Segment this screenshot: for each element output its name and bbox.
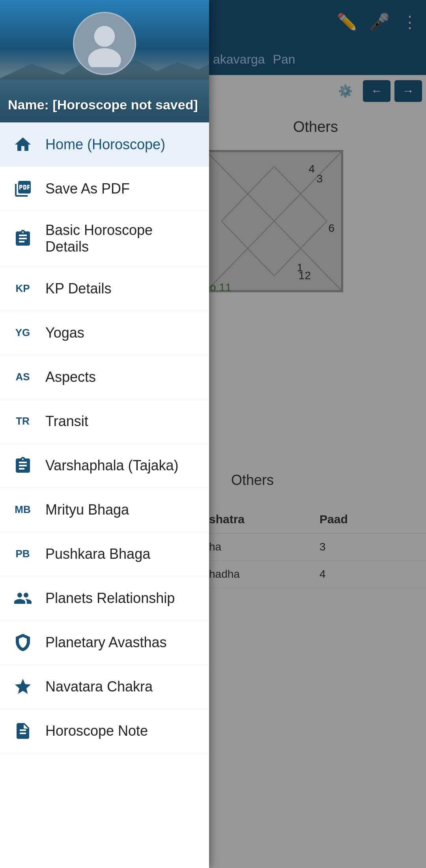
- drawer-header: Name: [Horoscope not saved]: [0, 0, 209, 122]
- sidebar-item-mrityu-bhaga[interactable]: MB Mrityu Bhaga: [0, 488, 209, 532]
- sidebar-item-yogas-label: Yogas: [45, 325, 84, 341]
- note-icon: [12, 720, 34, 742]
- pb-icon: PB: [12, 543, 34, 565]
- sidebar-item-pushkara-bhaga[interactable]: PB Pushkara Bhaga: [0, 532, 209, 576]
- sidebar-item-planetary-avasthas[interactable]: Planetary Avasthas: [0, 620, 209, 665]
- sidebar-item-aspects-label: Aspects: [45, 369, 96, 385]
- sidebar-item-planets-relationship[interactable]: Planets Relationship: [0, 576, 209, 620]
- people-icon: [12, 587, 34, 609]
- as-icon: AS: [12, 366, 34, 388]
- sidebar-item-navatara-label: Navatara Chakra: [45, 678, 153, 695]
- sidebar-item-navatara-chakra[interactable]: Navatara Chakra: [0, 665, 209, 709]
- clipboard-icon: [12, 228, 34, 250]
- sidebar-item-aspects[interactable]: AS Aspects: [0, 355, 209, 399]
- shield-icon: [12, 631, 34, 653]
- sidebar-item-mrityu-label: Mrityu Bhaga: [45, 502, 129, 518]
- yg-icon: YG: [12, 322, 34, 344]
- sidebar-item-save-pdf[interactable]: Save As PDF: [0, 167, 209, 211]
- user-name: Name: [Horoscope not saved]: [8, 97, 198, 113]
- sidebar-item-kp-details[interactable]: KP KP Details: [0, 267, 209, 311]
- sidebar-item-varshaphala-label: Varshaphala (Tajaka): [45, 457, 179, 474]
- pdf-icon: [12, 178, 34, 199]
- avatar: [73, 12, 136, 75]
- calendar-icon: [12, 455, 34, 476]
- sidebar-item-transit[interactable]: TR Transit: [0, 399, 209, 443]
- drawer-nav-list: Home (Horoscope) Save As PDF Basic Horos…: [0, 122, 209, 868]
- sidebar-item-basic-horoscope[interactable]: Basic Horoscope Details: [0, 211, 209, 267]
- sidebar-item-yogas[interactable]: YG Yogas: [0, 311, 209, 355]
- sidebar-item-pushkara-label: Pushkara Bhaga: [45, 546, 150, 562]
- sidebar-item-home[interactable]: Home (Horoscope): [0, 122, 209, 167]
- sidebar-item-varshaphala[interactable]: Varshaphala (Tajaka): [0, 443, 209, 488]
- svg-point-6: [94, 26, 115, 47]
- mb-icon: MB: [12, 499, 34, 520]
- navigation-drawer: Name: [Horoscope not saved] Home (Horosc…: [0, 0, 209, 868]
- tr-icon: TR: [12, 410, 34, 432]
- star-icon: [12, 676, 34, 697]
- avatar-icon: [81, 20, 128, 67]
- drawer-overlay[interactable]: [209, 0, 426, 868]
- sidebar-item-transit-label: Transit: [45, 413, 88, 430]
- sidebar-item-note-label: Horoscope Note: [45, 723, 148, 739]
- home-icon: [12, 133, 34, 155]
- sidebar-item-home-label: Home (Horoscope): [45, 136, 165, 153]
- svg-point-7: [88, 48, 121, 67]
- sidebar-item-kp-label: KP Details: [45, 280, 111, 297]
- sidebar-item-horoscope-note[interactable]: Horoscope Note: [0, 709, 209, 753]
- sidebar-item-basic-horoscope-label: Basic Horoscope Details: [45, 222, 197, 255]
- kp-icon: KP: [12, 278, 34, 299]
- sidebar-item-planets-label: Planets Relationship: [45, 590, 175, 607]
- sidebar-item-avasthas-label: Planetary Avasthas: [45, 634, 167, 651]
- sidebar-item-save-pdf-label: Save As PDF: [45, 180, 130, 197]
